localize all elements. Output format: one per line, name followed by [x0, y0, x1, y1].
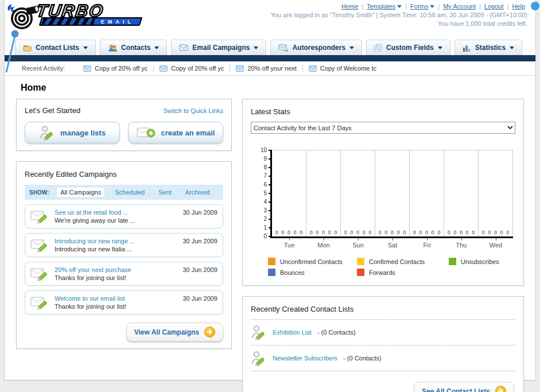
x-axis-label-text: Wed: [490, 242, 502, 249]
legend-item-unconfirmed-contacts: Unconfirmed Contacts: [268, 258, 357, 265]
view-all-campaigns-button[interactable]: View All Campaigns: [126, 323, 223, 341]
campaign-date: 30 Jun 2009: [182, 266, 217, 273]
tab-label: Email Campaigns: [192, 44, 250, 52]
legend-swatch: [357, 258, 364, 265]
chart-day-group: 00000: [444, 150, 479, 236]
utility-link-logout[interactable]: Logout: [484, 3, 504, 10]
create-an-email-button[interactable]: create an email: [128, 122, 223, 143]
main-content: Home Let's Get Started Switch to Quick L…: [5, 76, 535, 392]
legend-label: Confirmed Contacts: [369, 258, 425, 265]
legend-label: Forwards: [369, 269, 395, 276]
main-navigation: Contact ListsContactsEmail CampaignsAuto…: [5, 34, 535, 55]
x-tick-mark: [289, 238, 290, 240]
contact-list-name-link[interactable]: Newsletter Subscribers: [273, 355, 337, 362]
campaign-date: 30 Jun 2009: [182, 209, 217, 216]
data-value-label: 0: [334, 230, 337, 235]
manage-lists-button[interactable]: manage lists: [25, 122, 120, 143]
x-axis-label: Tue: [272, 238, 306, 249]
campaign-filter-all-campaigns[interactable]: All Campaigns: [57, 188, 104, 197]
data-value-label: 0: [316, 230, 318, 235]
data-value-label: 0: [506, 230, 509, 235]
utility-link-my-account[interactable]: My Account: [443, 3, 476, 10]
utility-link-help[interactable]: Help: [512, 3, 525, 10]
data-value-label: 0: [328, 230, 331, 235]
recent-activity-item[interactable]: Copy of 20% off yc: [77, 65, 154, 72]
utility-link-home[interactable]: Home: [341, 3, 358, 10]
arrow-circle-icon: [204, 327, 215, 337]
tab-contact-lists[interactable]: Contact Lists: [15, 40, 96, 55]
data-value-label: 0: [294, 230, 297, 235]
folder-icon: [23, 44, 32, 52]
envelope-small-icon: [309, 65, 317, 72]
logo-word-email: EMAIL: [101, 19, 134, 25]
chart-plot-area: 0123456789100000000000000000000000000000…: [270, 150, 513, 238]
campaign-text: 20% off your next purchaseThanks for joi…: [55, 266, 177, 281]
campaign-title-link[interactable]: Welcome to our email list: [55, 295, 177, 302]
arrow-circle-icon: [495, 386, 506, 392]
campaign-filter-archived[interactable]: Archived: [182, 188, 213, 197]
nav-separator: |: [479, 3, 481, 10]
utility-link-forms[interactable]: Forms: [410, 3, 434, 10]
utility-nav: Home|Templates|Forms|My Account|Logout|H…: [271, 3, 527, 10]
campaign-title-link[interactable]: See us at the retail food ...: [55, 209, 177, 216]
nav-separator: |: [362, 3, 363, 10]
campaign-date: 30 Jun 2009: [182, 238, 217, 244]
campaign-text: Welcome to our email listThanks for join…: [55, 295, 177, 310]
campaign-filter-scheduled[interactable]: Scheduled: [111, 188, 148, 197]
contact-lists: Exhibition List - (0 Contacts)Newsletter…: [251, 320, 515, 371]
legend-item-confirmed-contacts: Confirmed Contacts: [357, 258, 449, 265]
data-value-label: 0: [288, 230, 290, 235]
chart-legend: Unconfirmed ContactsConfirmed ContactsUn…: [268, 258, 515, 276]
navy-divider-bar: [5, 55, 535, 61]
campaign-row: Welcome to our email listThanks for join…: [25, 290, 223, 315]
recent-activity-item-label: Copy of 20% off yc: [95, 65, 147, 72]
chevron-down-icon: [254, 46, 258, 49]
x-tick-mark: [496, 238, 496, 240]
stats-period-select[interactable]: Contact Activity for the Last 7 Days: [251, 122, 515, 134]
tab-statistics[interactable]: Statistics: [454, 40, 522, 55]
envelope-pencil-icon: [30, 209, 49, 224]
campaign-title-link[interactable]: Introducing our new range ...: [55, 238, 177, 244]
latest-stats-title: Latest Stats: [251, 107, 290, 116]
chart-day-group: 00000: [410, 150, 444, 236]
users-icon: [108, 44, 117, 52]
data-value-label: 0: [391, 230, 394, 235]
tab-label: Custom Fields: [386, 44, 434, 52]
chart-zero-values: 00000: [341, 230, 375, 235]
tab-autoresponders[interactable]: Autoresponders: [270, 40, 362, 55]
help-bubble-icon[interactable]: [531, 2, 539, 10]
data-value-label: 0: [466, 230, 469, 235]
tab-email-campaigns[interactable]: Email Campaigns: [171, 40, 266, 55]
page-container: TURBO EMAIL Home|Templates|Forms|My Acco…: [4, 0, 536, 381]
tab-label: Statistics: [475, 44, 506, 52]
chart-zero-values: 00000: [479, 230, 512, 235]
contact-list-name-link[interactable]: Exhibition List: [273, 329, 312, 336]
recent-activity-item-label: 20% off your next: [247, 65, 296, 72]
switch-quick-links-link[interactable]: Switch to Quick Links: [163, 107, 223, 114]
get-started-buttons: manage listscreate an email: [25, 122, 223, 143]
x-axis-label-text: Thu: [456, 242, 467, 249]
data-value-label: 0: [356, 230, 359, 235]
campaign-title-link[interactable]: 20% off your next purchase: [55, 266, 177, 273]
recent-activity-item[interactable]: Copy of Welcome tc: [303, 65, 382, 72]
tab-contacts[interactable]: Contacts: [100, 40, 167, 55]
mail-arrow-icon: [278, 44, 288, 52]
see-all-contact-lists-button[interactable]: See All Contact Lists: [414, 382, 514, 392]
chevron-down-icon: [510, 46, 514, 49]
data-value-label: 0: [397, 230, 400, 235]
chart-day-group: 00000: [272, 150, 306, 236]
recent-activity-item[interactable]: Copy of 20% off yc: [154, 65, 230, 72]
recent-activity-item[interactable]: 20% off your next: [230, 65, 302, 72]
x-axis-label: Mon: [306, 238, 341, 249]
utility-link-templates[interactable]: Templates: [367, 3, 402, 10]
data-value-label: 0: [368, 230, 371, 235]
x-axis-label-text: Sat: [388, 242, 398, 249]
x-axis-label-text: Tue: [284, 242, 295, 249]
recently-created-lists-panel: Recently Created Contact Lists Exhibitio…: [242, 296, 524, 392]
tab-custom-fields[interactable]: Custom Fields: [366, 40, 450, 55]
chart-zero-values: 00000: [306, 230, 340, 235]
page-title: Home: [21, 83, 524, 93]
chart-zero-values: 00000: [272, 230, 306, 235]
campaign-filter-sent[interactable]: Sent: [155, 188, 175, 197]
envelope-pencil-icon: [30, 238, 49, 253]
